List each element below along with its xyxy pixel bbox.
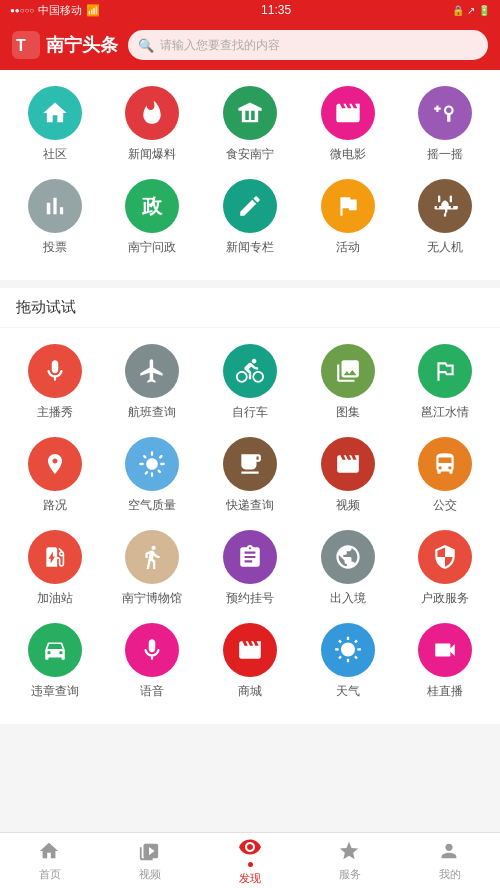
icon-item[interactable]: 违章查询 xyxy=(15,623,95,700)
icon-item[interactable]: 食安南宁 xyxy=(210,86,290,163)
tab-item-service[interactable]: 服务 xyxy=(300,840,400,882)
icon-item[interactable]: 主播秀 xyxy=(15,344,95,421)
icon-circle xyxy=(223,623,277,677)
icon-label: 桂直播 xyxy=(427,683,463,700)
drag-title: 拖动试试 xyxy=(16,298,76,315)
icon-item[interactable]: 政南宁问政 xyxy=(112,179,192,256)
icon-circle xyxy=(223,86,277,140)
icon-item[interactable]: 空气质量 xyxy=(112,437,192,514)
icon-circle xyxy=(321,623,375,677)
icon-label: 主播秀 xyxy=(37,404,73,421)
icon-circle xyxy=(28,437,82,491)
logo-icon: T xyxy=(12,31,40,59)
icon-label: 户政服务 xyxy=(421,590,469,607)
icon-item[interactable]: 社区 xyxy=(15,86,95,163)
icon-label: 图集 xyxy=(336,404,360,421)
tab-bar: 首页视频发现服务我的 xyxy=(0,832,500,888)
icon-circle xyxy=(418,344,472,398)
search-icon: 🔍 xyxy=(138,38,154,53)
icon-item[interactable]: 摇一摇 xyxy=(405,86,485,163)
icon-circle xyxy=(418,623,472,677)
icon-label: 食安南宁 xyxy=(226,146,274,163)
mine-tab-label: 我的 xyxy=(439,867,461,882)
icon-circle xyxy=(28,179,82,233)
grid-row-6: 违章查询语音商城天气桂直播 xyxy=(0,623,500,700)
icon-item[interactable]: 南宁博物馆 xyxy=(112,530,192,607)
icon-circle xyxy=(28,623,82,677)
icon-item[interactable]: 新闻专栏 xyxy=(210,179,290,256)
grid-row-3: 主播秀航班查询自行车图集邕江水情 xyxy=(0,344,500,421)
grid-row-5: 加油站南宁博物馆预约挂号出入境户政服务 xyxy=(0,530,500,607)
grid-section-1: 社区新闻爆料食安南宁微电影摇一摇 投票政南宁问政新闻专栏活动无人机 xyxy=(0,70,500,280)
app-logo: T 南宁头条 xyxy=(12,31,118,59)
icon-circle xyxy=(418,86,472,140)
video-tab-label: 视频 xyxy=(139,867,161,882)
status-carrier: ●●○○○ 中国移动 📶 xyxy=(10,3,100,18)
icon-label: 活动 xyxy=(336,239,360,256)
icon-label: 出入境 xyxy=(330,590,366,607)
icon-label: 预约挂号 xyxy=(226,590,274,607)
status-bar: ●●○○○ 中国移动 📶 11:35 🔒↗🔋 xyxy=(0,0,500,20)
home-tab-icon xyxy=(38,840,62,864)
icon-item[interactable]: 视频 xyxy=(308,437,388,514)
icon-item[interactable]: 航班查询 xyxy=(112,344,192,421)
search-bar[interactable]: 🔍 请输入您要查找的内容 xyxy=(128,30,488,60)
status-time: 11:35 xyxy=(261,3,291,17)
discover-tab-label: 发现 xyxy=(239,871,261,886)
icon-label: 加油站 xyxy=(37,590,73,607)
tab-item-mine[interactable]: 我的 xyxy=(400,840,500,882)
icon-item[interactable]: 出入境 xyxy=(308,530,388,607)
icon-item[interactable]: 桂直播 xyxy=(405,623,485,700)
tab-item-discover[interactable]: 发现 xyxy=(200,835,300,886)
icon-item[interactable]: 自行车 xyxy=(210,344,290,421)
icon-item[interactable]: 语音 xyxy=(112,623,192,700)
app-title: 南宁头条 xyxy=(46,33,118,57)
icon-circle xyxy=(321,437,375,491)
service-tab-label: 服务 xyxy=(339,867,361,882)
icon-item[interactable]: 无人机 xyxy=(405,179,485,256)
icon-item[interactable]: 微电影 xyxy=(308,86,388,163)
icon-label: 无人机 xyxy=(427,239,463,256)
icon-item[interactable]: 路况 xyxy=(15,437,95,514)
icon-label: 违章查询 xyxy=(31,683,79,700)
svg-text:T: T xyxy=(16,37,26,54)
icon-item[interactable]: 活动 xyxy=(308,179,388,256)
icon-item[interactable]: 投票 xyxy=(15,179,95,256)
icon-label: 新闻爆料 xyxy=(128,146,176,163)
icon-item[interactable]: 快递查询 xyxy=(210,437,290,514)
icon-label: 快递查询 xyxy=(226,497,274,514)
icon-circle xyxy=(223,530,277,584)
icon-label: 自行车 xyxy=(232,404,268,421)
tab-item-home[interactable]: 首页 xyxy=(0,840,100,882)
icon-item[interactable]: 天气 xyxy=(308,623,388,700)
icon-item[interactable]: 预约挂号 xyxy=(210,530,290,607)
mine-tab-icon xyxy=(438,840,462,864)
icon-label: 社区 xyxy=(43,146,67,163)
icon-circle xyxy=(125,344,179,398)
icon-label: 航班查询 xyxy=(128,404,176,421)
icon-label: 路况 xyxy=(43,497,67,514)
icon-label: 语音 xyxy=(140,683,164,700)
icon-item[interactable]: 图集 xyxy=(308,344,388,421)
icon-circle xyxy=(223,179,277,233)
icon-label: 南宁问政 xyxy=(128,239,176,256)
icon-item[interactable]: 公交 xyxy=(405,437,485,514)
icon-circle xyxy=(28,530,82,584)
tab-item-video[interactable]: 视频 xyxy=(100,840,200,882)
icon-label: 南宁博物馆 xyxy=(122,590,182,607)
icon-item[interactable]: 商城 xyxy=(210,623,290,700)
icon-circle xyxy=(223,344,277,398)
icon-circle xyxy=(125,530,179,584)
icon-circle xyxy=(125,437,179,491)
icon-circle xyxy=(418,530,472,584)
icon-item[interactable]: 户政服务 xyxy=(405,530,485,607)
icon-circle xyxy=(418,179,472,233)
icon-label: 空气质量 xyxy=(128,497,176,514)
icon-item[interactable]: 加油站 xyxy=(15,530,95,607)
icon-label: 微电影 xyxy=(330,146,366,163)
icon-label: 视频 xyxy=(336,497,360,514)
icon-item[interactable]: 新闻爆料 xyxy=(112,86,192,163)
icon-item[interactable]: 邕江水情 xyxy=(405,344,485,421)
search-input[interactable]: 请输入您要查找的内容 xyxy=(160,37,280,54)
icon-label: 天气 xyxy=(336,683,360,700)
